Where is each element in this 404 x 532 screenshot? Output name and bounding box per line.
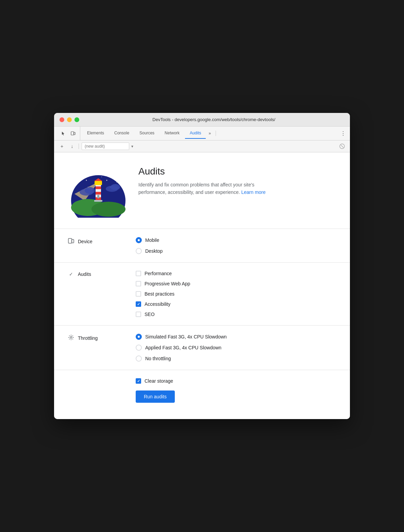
throttling-applied-option[interactable]: Applied Fast 3G, 4x CPU Slowdown xyxy=(136,345,336,351)
throttling-none-radio[interactable] xyxy=(136,355,142,362)
svg-rect-24 xyxy=(96,192,101,195)
svg-rect-0 xyxy=(71,132,74,135)
hero-description: Identify and fix common problems that af… xyxy=(138,181,268,196)
audit-bestpractices-option[interactable]: Best practices xyxy=(136,291,336,297)
svg-rect-28 xyxy=(97,195,99,198)
device-desktop-option[interactable]: Desktop xyxy=(136,248,336,254)
device-desktop-label: Desktop xyxy=(145,248,163,254)
audit-accessibility-label: Accessibility xyxy=(145,301,170,307)
throttling-section: Throttling Simulated Fast 3G, 4x CPU Slo… xyxy=(68,326,336,370)
audit-seo-checkbox[interactable] xyxy=(136,312,141,317)
audit-bestpractices-checkbox[interactable] xyxy=(136,291,141,297)
audit-performance-option[interactable]: Performance xyxy=(136,271,336,276)
throttling-simulated-radio[interactable] xyxy=(136,334,142,340)
checkmark-icon: ✓ xyxy=(68,271,74,277)
audit-performance-label: Performance xyxy=(145,271,172,276)
learn-more-link[interactable]: Learn more xyxy=(241,189,266,195)
audit-select-container: (new audit) ▼ xyxy=(82,143,336,150)
tab-network[interactable]: Network xyxy=(160,128,184,139)
gear-icon xyxy=(68,334,74,342)
svg-rect-31 xyxy=(72,239,74,243)
lighthouse-illustration xyxy=(68,163,129,218)
svg-rect-30 xyxy=(68,238,72,243)
svg-point-6 xyxy=(86,180,87,181)
svg-point-12 xyxy=(117,182,118,183)
svg-point-11 xyxy=(112,175,112,176)
audits-options: Performance Progressive Web App Best pra… xyxy=(136,271,336,317)
device-mobile-option[interactable]: Mobile xyxy=(136,237,336,243)
clear-storage-checkbox[interactable] xyxy=(136,378,141,384)
toolbar-separator xyxy=(79,144,79,149)
svg-point-7 xyxy=(91,175,92,176)
main-content: Audits Identify and fix common problems … xyxy=(54,152,350,419)
window-title: DevTools - developers.google.com/web/too… xyxy=(83,117,344,122)
throttling-options: Simulated Fast 3G, 4x CPU Slowdown Appli… xyxy=(136,334,336,362)
close-button[interactable] xyxy=(60,117,64,122)
audits-label: ✓ Audits xyxy=(68,271,136,277)
device-icon[interactable] xyxy=(69,129,77,137)
add-audit-button[interactable]: + xyxy=(58,143,66,150)
cursor-icon[interactable] xyxy=(60,129,68,137)
svg-point-21 xyxy=(91,202,125,217)
audit-accessibility-checkbox[interactable] xyxy=(136,301,141,307)
tab-audits[interactable]: Audits xyxy=(185,128,206,139)
tab-elements[interactable]: Elements xyxy=(82,128,109,139)
throttling-simulated-label: Simulated Fast 3G, 4x CPU Slowdown xyxy=(145,334,227,339)
clear-storage-label: Clear storage xyxy=(145,378,173,384)
device-desktop-radio[interactable] xyxy=(136,248,142,254)
hero-text: Audits Identify and fix common problems … xyxy=(138,163,268,196)
hero-section: Audits Identify and fix common problems … xyxy=(68,163,336,218)
tab-icons xyxy=(57,127,80,140)
svg-point-32 xyxy=(70,337,72,338)
audit-select-label: (new audit) xyxy=(82,143,129,150)
tab-more[interactable]: » xyxy=(206,128,213,138)
throttling-applied-label: Applied Fast 3G, 4x CPU Slowdown xyxy=(145,345,221,350)
device-mobile-label: Mobile xyxy=(145,237,159,243)
audits-section: ✓ Audits Performance Progressive Web App… xyxy=(68,263,336,325)
audit-toolbar: + ↓ (new audit) ▼ xyxy=(54,140,350,152)
throttling-none-label: No throttling xyxy=(145,356,171,361)
tab-bar: Elements Console Sources Network Audits … xyxy=(54,127,350,140)
svg-point-19 xyxy=(111,184,120,190)
svg-rect-1 xyxy=(74,132,75,135)
audit-performance-checkbox[interactable] xyxy=(136,271,141,276)
audit-pwa-checkbox[interactable] xyxy=(136,281,141,286)
throttling-label-text: Throttling xyxy=(78,335,98,341)
audits-label-text: Audits xyxy=(78,271,91,277)
clear-storage-option[interactable]: Clear storage xyxy=(136,378,336,384)
tab-console[interactable]: Console xyxy=(110,128,134,139)
device-options: Mobile Desktop xyxy=(136,237,336,254)
tab-separator xyxy=(216,131,216,136)
title-bar: DevTools - developers.google.com/web/too… xyxy=(54,113,350,127)
audit-pwa-label: Progressive Web App xyxy=(145,281,190,286)
throttling-simulated-option[interactable]: Simulated Fast 3G, 4x CPU Slowdown xyxy=(136,334,336,340)
svg-point-10 xyxy=(106,180,107,181)
audit-select-arrow[interactable]: ▼ xyxy=(131,145,134,148)
stop-button[interactable] xyxy=(338,143,346,150)
svg-rect-29 xyxy=(94,200,102,202)
traffic-lights xyxy=(60,117,79,122)
svg-point-9 xyxy=(101,177,102,177)
audit-seo-label: SEO xyxy=(145,312,155,317)
svg-point-17 xyxy=(85,187,95,194)
throttling-label: Throttling xyxy=(68,334,136,342)
audit-seo-option[interactable]: SEO xyxy=(136,312,336,317)
audit-bestpractices-label: Best practices xyxy=(145,291,174,297)
svg-rect-23 xyxy=(96,186,101,189)
throttling-applied-radio[interactable] xyxy=(136,345,142,351)
page-title: Audits xyxy=(138,166,268,177)
device-label-text: Device xyxy=(78,239,92,244)
run-audits-button[interactable]: Run audits xyxy=(136,390,175,403)
audit-pwa-option[interactable]: Progressive Web App xyxy=(136,281,336,286)
download-button[interactable]: ↓ xyxy=(68,143,76,150)
tab-menu-button[interactable]: ⋮ xyxy=(339,129,347,137)
audit-accessibility-option[interactable]: Accessibility xyxy=(136,301,336,307)
maximize-button[interactable] xyxy=(74,117,79,122)
svg-line-3 xyxy=(341,145,343,148)
minimize-button[interactable] xyxy=(67,117,72,122)
tab-sources[interactable]: Sources xyxy=(135,128,159,139)
throttling-none-option[interactable]: No throttling xyxy=(136,355,336,362)
devtools-window: DevTools - developers.google.com/web/too… xyxy=(54,113,350,419)
device-label: Device xyxy=(68,237,136,245)
device-mobile-radio[interactable] xyxy=(136,237,142,243)
